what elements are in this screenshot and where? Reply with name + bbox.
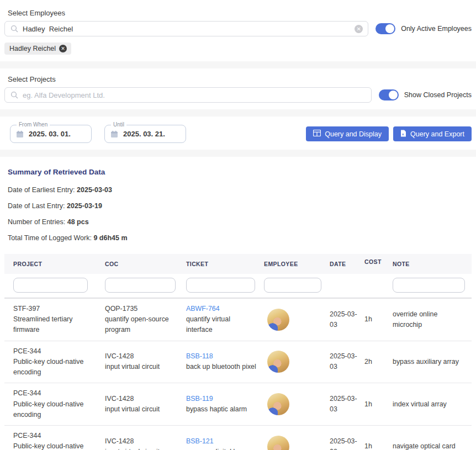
show-closed-projects-label: Show Closed Projects: [404, 91, 472, 99]
project-code: PCE-344: [13, 346, 97, 357]
entry-cost: 1h: [364, 441, 393, 450]
employee-search-input[interactable]: [23, 25, 355, 33]
table-filter-row: [4, 274, 472, 298]
column-header-coc: COC: [105, 261, 186, 267]
column-header-cost: COST: [364, 258, 393, 265]
coc-name: quantify open-source program: [105, 314, 178, 335]
summary-total-time: Total Time of Logged Work: 9 d6h45 m: [8, 234, 472, 242]
summary-last-entry: Date of Last Entry: 2025-03-19: [8, 202, 472, 210]
selected-employee-chip: Hadley Reichel ✕: [4, 43, 71, 55]
coc-code: IVC-1428: [105, 394, 178, 404]
entry-cost: 1h: [364, 314, 393, 325]
employee-avatar: [267, 393, 289, 415]
project-name: Public-key cloud-native encoding: [13, 441, 97, 450]
table-row: PCE-344Public-key cloud-native encoding …: [4, 383, 472, 425]
table-row: PCE-344Public-key cloud-native encoding …: [4, 425, 472, 450]
employee-avatar: [267, 436, 289, 450]
employee-avatar: [267, 351, 289, 373]
entry-note: override online microchip: [393, 309, 472, 330]
entry-date: 2025-03-03: [330, 309, 364, 330]
until-date-label: Until: [111, 121, 126, 128]
ticket-link[interactable]: ABWF-764: [186, 304, 220, 314]
select-projects-label: Select Projects: [8, 75, 472, 83]
project-name: Streamlined tertiary firmware: [13, 314, 97, 335]
date-query-row: From When 2025. 03. 01. Until 2025. 03. …: [4, 125, 472, 143]
project-code: PCE-344: [13, 388, 97, 399]
query-and-display-button[interactable]: Query and Display: [306, 126, 389, 141]
chip-label: Hadley Reichel: [9, 45, 56, 52]
coc-code: IVC-1428: [105, 351, 178, 362]
entry-date: 2025-03-03: [330, 351, 364, 372]
section-divider: [0, 109, 476, 117]
summary-value: 9 d6h45 m: [93, 234, 127, 242]
column-header-note: NOTE: [393, 261, 472, 267]
ticket-filter-input[interactable]: [186, 278, 255, 293]
project-search-box: [4, 87, 372, 103]
query-buttons: Query and Display x Query and Export: [306, 126, 472, 141]
from-date-label: From When: [17, 121, 50, 128]
table-row: PCE-344Public-key cloud-native encoding …: [4, 341, 472, 383]
table-row: STF-397Streamlined tertiary firmware QOP…: [4, 298, 472, 341]
section-divider: [0, 61, 476, 68]
only-active-employees-label: Only Active Employees: [401, 25, 472, 33]
project-search-input[interactable]: [23, 91, 371, 99]
clear-search-icon[interactable]: ✕: [355, 25, 363, 33]
ticket-name: back up bluetooth pixel: [186, 362, 256, 372]
calendar-icon: [110, 130, 118, 138]
table-header-row: PROJECT COC TICKET EMPLOYEE DATE COST NO…: [4, 254, 472, 274]
summary-label: Number of Entries:: [8, 218, 67, 226]
column-header-employee: EMPLOYEE: [264, 261, 330, 267]
column-header-ticket: TICKET: [186, 261, 264, 267]
excel-file-icon: x: [400, 130, 406, 139]
coc-name: input virtual circuit: [105, 447, 178, 450]
project-name: Public-key cloud-native encoding: [13, 399, 97, 420]
ticket-name: bypass haptic alarm: [186, 404, 256, 415]
from-date-field[interactable]: From When 2025. 03. 01.: [10, 125, 92, 143]
query-and-export-label: Query and Export: [410, 130, 464, 138]
summary-section: Summary of Retrieved Data Date of Earlie…: [8, 168, 472, 242]
entry-date: 2025-03-03: [330, 394, 364, 415]
summary-label: Date of Last Entry:: [8, 202, 67, 210]
show-closed-projects-toggle[interactable]: [379, 89, 399, 100]
column-header-project: PROJECT: [13, 261, 105, 267]
projects-search-row: Show Closed Projects: [4, 87, 472, 103]
employee-filter-input[interactable]: [264, 278, 321, 293]
only-active-employees-toggle[interactable]: [375, 23, 395, 34]
project-filter-input[interactable]: [13, 278, 88, 293]
coc-name: input virtual circuit: [105, 404, 178, 415]
entry-note: index virtual array: [393, 399, 472, 410]
toggle-knob: [389, 91, 398, 99]
employees-search-row: ✕ Only Active Employees: [4, 21, 472, 36]
from-date-value: 2025. 03. 01.: [29, 130, 71, 138]
summary-value: 2025-03-03: [77, 186, 112, 194]
project-code: PCE-344: [13, 431, 97, 441]
summary-value: 2025-03-19: [67, 202, 102, 210]
note-filter-input[interactable]: [393, 278, 465, 293]
entry-note: bypass auxiliary array: [393, 357, 472, 367]
project-code: STF-397: [13, 304, 97, 314]
results-table: PROJECT COC TICKET EMPLOYEE DATE COST NO…: [4, 254, 472, 450]
entry-cost: 1h: [364, 399, 393, 410]
query-and-export-button[interactable]: x Query and Export: [393, 126, 472, 141]
entry-note: navigate optical card: [393, 441, 472, 450]
search-icon: [10, 91, 18, 99]
section-divider: [0, 150, 476, 157]
table-grid-icon: [313, 130, 321, 138]
column-header-date: DATE: [330, 261, 364, 267]
until-date-value: 2025. 03. 21.: [123, 130, 165, 138]
page: Select Employees ✕ Only Active Employees…: [0, 0, 476, 450]
entry-cost: 2h: [364, 357, 393, 367]
calendar-icon: [16, 130, 24, 138]
until-date-field[interactable]: Until 2025. 03. 21.: [104, 125, 186, 143]
ticket-link[interactable]: BSB-121: [186, 436, 214, 447]
ticket-link[interactable]: BSB-118: [186, 351, 213, 362]
employee-search-box: ✕: [4, 21, 368, 36]
ticket-name: program digital bus: [186, 447, 256, 450]
entry-date: 2025-03-03: [330, 436, 364, 450]
ticket-name: quantify virtual interface: [186, 314, 256, 335]
summary-value: 48 pcs: [67, 218, 89, 226]
ticket-link[interactable]: BSB-119: [186, 394, 213, 404]
summary-entry-count: Number of Entries: 48 pcs: [8, 218, 472, 226]
coc-filter-input[interactable]: [105, 278, 176, 293]
remove-chip-icon[interactable]: ✕: [59, 45, 67, 52]
